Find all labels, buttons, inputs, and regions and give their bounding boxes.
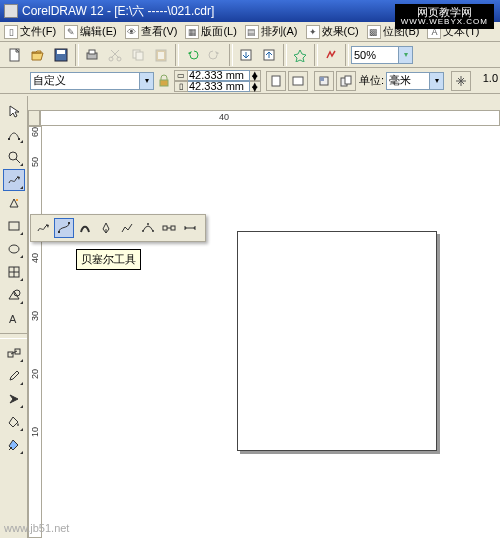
pen-tool-flyout[interactable] <box>96 218 116 238</box>
bezier-tool-flyout[interactable] <box>54 218 74 238</box>
paper-size-dropdown[interactable]: ▾ <box>140 72 154 90</box>
paper-size-combo[interactable]: 自定义 <box>30 72 140 90</box>
svg-rect-36 <box>163 226 167 230</box>
app-launcher-button[interactable] <box>289 44 311 66</box>
cut-button[interactable] <box>104 44 126 66</box>
width-icon: ▭ <box>174 70 188 81</box>
pick-tool[interactable] <box>3 100 25 122</box>
svg-point-35 <box>147 223 149 225</box>
height-field[interactable]: 42.333 mm <box>188 81 250 92</box>
separator <box>229 44 233 66</box>
standard-toolbar: 50% ▾ <box>0 42 500 68</box>
outline-tool[interactable] <box>3 388 25 410</box>
units-button-2[interactable] <box>336 71 356 91</box>
export-button[interactable] <box>258 44 280 66</box>
text-tool[interactable]: A <box>3 307 25 329</box>
svg-rect-13 <box>160 80 168 86</box>
nudge-button[interactable] <box>451 71 471 91</box>
save-button[interactable] <box>50 44 72 66</box>
portrait-button[interactable] <box>266 71 286 91</box>
svg-rect-24 <box>9 222 19 230</box>
app-icon <box>4 4 18 18</box>
interactive-fill-tool[interactable] <box>3 434 25 456</box>
print-button[interactable] <box>81 44 103 66</box>
svg-rect-8 <box>136 52 143 60</box>
svg-text:A: A <box>9 313 17 325</box>
menu-arrange[interactable]: ▤排列(A) <box>245 24 298 39</box>
units-label: 单位: <box>359 73 384 88</box>
dimension-tool-flyout[interactable] <box>180 218 200 238</box>
corel-online-button[interactable] <box>320 44 342 66</box>
fill-tool[interactable] <box>3 411 25 433</box>
units-dropdown[interactable]: ▾ <box>430 72 444 90</box>
eyedropper-tool[interactable] <box>3 365 25 387</box>
3point-curve-tool-flyout[interactable] <box>138 218 158 238</box>
smart-drawing-tool[interactable] <box>3 192 25 214</box>
separator <box>345 44 349 66</box>
svg-rect-20 <box>8 138 10 140</box>
svg-rect-31 <box>58 231 60 233</box>
layout-icon: ▦ <box>185 25 199 39</box>
lock-icon[interactable] <box>156 72 172 90</box>
watermark-bottom: www.jb51.net <box>4 522 69 534</box>
page-boundary <box>237 231 437 451</box>
menu-file[interactable]: ▯文件(F) <box>4 24 56 39</box>
separator <box>175 44 179 66</box>
file-icon: ▯ <box>4 25 18 39</box>
menu-view[interactable]: 👁查看(V) <box>125 24 178 39</box>
units-button-1[interactable] <box>314 71 334 91</box>
zoom-tool[interactable] <box>3 146 25 168</box>
menu-effects[interactable]: ✦效果(C) <box>306 24 359 39</box>
units-combo[interactable]: 毫米 <box>386 72 430 90</box>
canvas[interactable] <box>42 126 500 538</box>
polyline-tool-flyout[interactable] <box>117 218 137 238</box>
svg-point-34 <box>152 230 154 232</box>
paste-button[interactable] <box>150 44 172 66</box>
basic-shapes-tool[interactable] <box>3 284 25 306</box>
horizontal-ruler[interactable]: 40 <box>40 110 500 126</box>
toolbox: A <box>0 96 28 538</box>
separator <box>283 44 287 66</box>
menu-layout[interactable]: ▦版面(L) <box>185 24 236 39</box>
zoom-field[interactable]: 50% <box>351 46 399 64</box>
nudge-value: 1.0 <box>483 72 498 84</box>
new-button[interactable] <box>4 44 26 66</box>
interactive-connector-tool-flyout[interactable] <box>159 218 179 238</box>
copy-button[interactable] <box>127 44 149 66</box>
svg-point-22 <box>9 152 17 160</box>
graph-paper-tool[interactable] <box>3 261 25 283</box>
page-dimensions: ▭ 42.333 mm ▴▾ ▯ 42.333 mm ▴▾ <box>174 70 261 92</box>
open-button[interactable] <box>27 44 49 66</box>
separator <box>75 44 79 66</box>
edit-icon: ✎ <box>64 25 78 39</box>
svg-rect-4 <box>89 50 95 54</box>
ellipse-tool[interactable] <box>3 238 25 260</box>
effects-icon: ✦ <box>306 25 320 39</box>
ruler-origin[interactable] <box>28 110 40 126</box>
tooltip: 贝塞尔工具 <box>76 249 141 270</box>
shape-tool[interactable] <box>3 123 25 145</box>
artistic-media-tool-flyout[interactable] <box>75 218 95 238</box>
landscape-button[interactable] <box>288 71 308 91</box>
height-icon: ▯ <box>174 81 188 92</box>
freehand-tool-flyout[interactable] <box>33 218 53 238</box>
import-button[interactable] <box>235 44 257 66</box>
undo-button[interactable] <box>181 44 203 66</box>
svg-rect-14 <box>272 76 280 86</box>
rectangle-tool[interactable] <box>3 215 25 237</box>
ruler-label: 40 <box>219 112 229 122</box>
redo-button[interactable] <box>204 44 226 66</box>
freehand-tool[interactable] <box>3 169 25 191</box>
property-bar: 自定义 ▾ ▭ 42.333 mm ▴▾ ▯ 42.333 mm ▴▾ 单位: … <box>0 68 500 94</box>
arrange-icon: ▤ <box>245 25 259 39</box>
bitmap-icon: ▩ <box>367 25 381 39</box>
vertical-ruler[interactable]: 60 50 40 30 20 10 <box>28 126 42 538</box>
width-field[interactable]: 42.333 mm <box>188 70 250 81</box>
zoom-dropdown[interactable]: ▾ <box>399 46 413 64</box>
curve-flyout <box>30 214 206 242</box>
height-spinner[interactable]: ▴▾ <box>250 81 261 92</box>
menu-edit[interactable]: ✎编辑(E) <box>64 24 117 39</box>
interactive-blend-tool[interactable] <box>3 342 25 364</box>
svg-point-23 <box>16 199 18 201</box>
workspace: A 40 60 50 40 30 20 10 贝塞尔工具 <box>0 96 500 538</box>
